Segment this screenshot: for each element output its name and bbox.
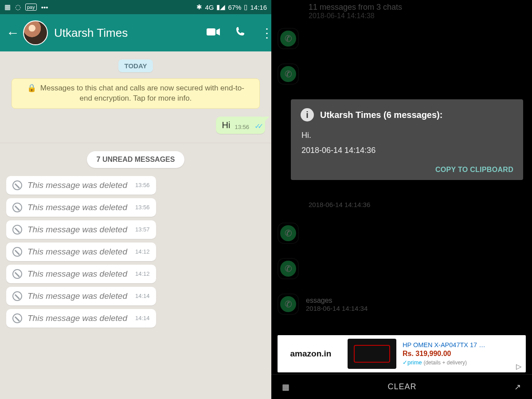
dialog-message-timestamp: 2018-06-14 14:14:36	[301, 143, 513, 158]
prohibited-icon	[12, 313, 22, 323]
battery-pct: 67%	[228, 4, 241, 11]
ad-fineprint: (details + delivery)	[423, 360, 467, 366]
ad-banner[interactable]: amazon.in HP OMEN X-AP047TX 17 … Rs. 319…	[278, 335, 526, 372]
read-receipt-icon: ✓✓	[254, 122, 261, 130]
chat-body[interactable]: TODAY 🔒 Messages to this chat and calls …	[0, 51, 271, 399]
deleted-message-text: This message was deleted	[27, 313, 127, 323]
svg-rect-0	[207, 28, 215, 35]
deleted-message-text: This message was deleted	[27, 269, 127, 279]
prohibited-icon	[12, 247, 22, 257]
message-time: 13:57	[135, 226, 150, 233]
back-arrow-icon[interactable]: ←	[6, 25, 20, 40]
deleted-message[interactable]: This message was deleted13:56	[6, 176, 156, 195]
adchoices-icon[interactable]: ▷	[514, 360, 526, 372]
outgoing-message[interactable]: Hi 13:56 ✓✓	[216, 117, 265, 134]
ad-title: HP OMEN X-AP047TX 17 …	[403, 341, 512, 349]
more-dots-icon: •••	[41, 4, 48, 11]
message-text: Hi	[222, 120, 231, 130]
message-time: 13:56	[135, 182, 150, 188]
prohibited-icon	[12, 291, 22, 301]
ad-thumbnail	[348, 339, 396, 369]
prohibited-icon	[12, 203, 22, 212]
dialog-body: Hi. 2018-06-14 14:14:36	[301, 128, 513, 158]
ad-prime-badge: ✓prime	[403, 359, 422, 366]
encryption-text: Messages to this chat and calls are now …	[40, 84, 244, 102]
chat-app-bar: ← Utkarsh Times	[0, 14, 271, 51]
prohibited-icon	[12, 180, 22, 190]
deleted-message-text: This message was deleted	[27, 225, 127, 235]
whatsapp-status-icon: ◌	[15, 3, 21, 11]
lock-icon: 🔒	[27, 84, 36, 92]
android-status-bar: ▦ ◌ pay ••• ✱ 4G ▮◢ 67% ▯ 14:16	[0, 0, 271, 14]
overflow-menu-icon[interactable]	[256, 26, 265, 40]
status-right-icons: ✱ 4G ▮◢ 67% ▯ 14:16	[196, 3, 267, 11]
message-time: 14:14	[135, 315, 150, 321]
deleted-message-text: This message was deleted	[27, 203, 127, 212]
share-icon[interactable]: ↗	[514, 382, 521, 392]
whatsapp-pane: ▦ ◌ pay ••• ✱ 4G ▮◢ 67% ▯ 14:16 ← Utkars…	[0, 0, 271, 399]
message-time: 14:12	[135, 248, 150, 255]
dialog-title: Utkarsh Times (6 messages):	[320, 110, 442, 120]
prohibited-icon	[12, 269, 22, 279]
status-left-icons: ▦ ◌ pay •••	[4, 3, 48, 11]
unread-count-chip: 7 UNREAD MESSAGES	[87, 151, 185, 168]
deleted-message-text: This message was deleted	[27, 247, 127, 257]
message-time: 14:12	[135, 270, 150, 277]
deleted-message[interactable]: This message was deleted14:14	[6, 287, 156, 305]
copy-to-clipboard-button[interactable]: COPY TO CLIPBOARD	[435, 166, 513, 174]
gallery-icon: ▦	[4, 3, 11, 11]
clear-button[interactable]: CLEAR	[387, 382, 416, 391]
deleted-message-text: This message was deleted	[27, 291, 127, 301]
encryption-notice[interactable]: 🔒 Messages to this chat and calls are no…	[12, 78, 260, 109]
notification-log-pane: 11 messages from 3 chats 2018-06-14 14:1…	[271, 0, 532, 399]
deleted-messages-list: This message was deleted13:56This messag…	[0, 176, 271, 328]
bottom-toolbar: ▦ CLEAR ↗	[271, 374, 532, 399]
deleted-message[interactable]: This message was deleted13:57	[6, 220, 156, 239]
section-divider	[0, 143, 271, 143]
battery-icon: ▯	[244, 3, 247, 11]
video-call-icon[interactable]	[202, 27, 224, 39]
clock: 14:16	[250, 4, 267, 11]
message-time: 13:56	[235, 124, 249, 130]
save-icon[interactable]: ▦	[282, 382, 290, 392]
ad-price: Rs. 319,990.00	[403, 349, 512, 359]
network-type-label: 4G	[205, 4, 214, 11]
ad-info: HP OMEN X-AP047TX 17 … Rs. 319,990.00 ✓p…	[400, 339, 514, 369]
message-detail-dialog: i Utkarsh Times (6 messages): Hi. 2018-0…	[291, 99, 523, 180]
deleted-message[interactable]: This message was deleted13:56	[6, 198, 156, 217]
ad-brand: amazon.in	[278, 349, 344, 359]
deleted-message[interactable]: This message was deleted14:12	[6, 265, 156, 283]
bluetooth-icon: ✱	[196, 3, 202, 11]
dialog-message-text: Hi.	[301, 128, 513, 143]
prohibited-icon	[12, 225, 22, 235]
deleted-message[interactable]: This message was deleted14:14	[6, 309, 156, 328]
pay-icon: pay	[25, 4, 37, 11]
deleted-message-text: This message was deleted	[27, 180, 127, 190]
signal-icon: ▮◢	[216, 3, 225, 11]
deleted-message[interactable]: This message was deleted14:12	[6, 243, 156, 261]
info-icon: i	[301, 108, 314, 121]
voice-call-icon[interactable]	[231, 26, 250, 39]
contact-avatar[interactable]	[23, 20, 48, 45]
message-time: 13:56	[135, 204, 150, 211]
message-time: 14:14	[135, 293, 150, 299]
contact-name[interactable]: Utkarsh Times	[54, 26, 196, 40]
day-separator-chip: TODAY	[118, 59, 153, 72]
